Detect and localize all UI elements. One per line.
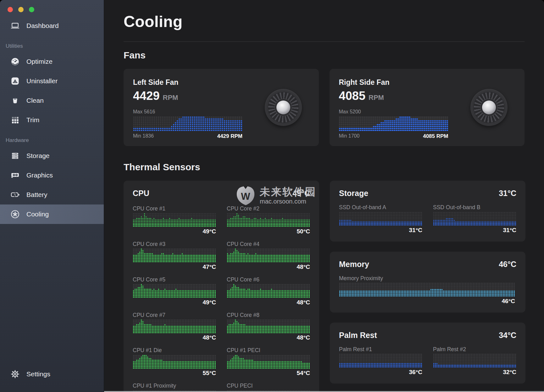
app-window: DashboardUtilitiesOptimizeUninstallerCle… [0, 0, 544, 392]
thermal-heading: Thermal Sensors [124, 162, 525, 172]
sensor-value: 48°C [133, 335, 216, 341]
sidebar-item-label: Settings [26, 370, 50, 378]
sidebar-item-graphics[interactable]: Graphics [0, 166, 104, 185]
sensor-label: CPU #1 Proximity [133, 383, 216, 389]
sensor-value: 49°C [133, 228, 216, 235]
sensor-block-cpu-core-6: CPU Core #648°C [227, 276, 310, 306]
sidebar-item-label: Optimize [26, 58, 53, 65]
sensor-block-cpu-core-4: CPU Core #448°C [227, 241, 310, 270]
sensor-label: CPU Core #4 [227, 241, 310, 247]
sidebar-item-clean[interactable]: Clean [0, 91, 104, 110]
dot-matrix-graph [133, 355, 216, 369]
sensor-value: 48°C [227, 264, 310, 270]
palmrest-card-value: 34°C [499, 331, 516, 340]
dot-matrix-graph [133, 319, 216, 334]
memory-sensor-card: Memory 46°C Memory Proximity46°C [330, 252, 525, 313]
sidebar-item-label: Cooling [26, 210, 49, 218]
sensor-value: 31°C [339, 227, 422, 233]
sidebar-item-storage[interactable]: Storage [0, 146, 104, 166]
sensor-value: 48°C [227, 335, 310, 341]
sidebar-item-dashboard[interactable]: Dashboard [0, 16, 104, 35]
sidebar-item-label: Trim [26, 116, 39, 124]
sidebar-item-label: Storage [26, 152, 50, 160]
sensor-value: 48°C [227, 299, 310, 306]
sensor-label: CPU Core #7 [133, 312, 216, 318]
sidebar-item-trim[interactable]: Trim [0, 110, 104, 130]
sensor-block-cpu-1-proximity: CPU #1 Proximity [133, 383, 216, 392]
dot-matrix-graph [227, 213, 310, 227]
fans-heading: Fans [124, 50, 525, 61]
memory-card-value: 46°C [499, 260, 516, 269]
dot-matrix-graph [227, 248, 310, 263]
close-button[interactable] [8, 7, 13, 12]
fan-card-right-side-fan: Right Side Fan4085RPMMax 5200Min 1700408… [330, 69, 525, 146]
fan-rpm-value: 4085 [339, 89, 366, 103]
dot-matrix-graph [433, 354, 516, 368]
fan-name: Left Side Fan [133, 78, 309, 87]
zoom-button[interactable] [29, 7, 34, 12]
dot-matrix-graph [133, 213, 216, 227]
sensor-label: Palm Rest #2 [433, 346, 516, 352]
cpu-card-title: CPU [133, 189, 149, 198]
sensor-block-cpu-core-8: CPU Core #848°C [227, 312, 310, 341]
fan-illustration [265, 89, 302, 126]
battery-icon [9, 190, 21, 199]
appstore-icon [9, 76, 21, 86]
fan-rpm-unit: RPM [369, 94, 384, 102]
sidebar-item-settings[interactable]: Settings [0, 364, 104, 384]
sensor-value: 47°C [133, 264, 216, 270]
fan-current-rpm-label: 4085 RPM [423, 133, 448, 139]
sensor-label: CPU Core #2 [227, 205, 310, 212]
sidebar-item-label: Graphics [26, 172, 53, 179]
dot-matrix-graph [339, 212, 422, 226]
fan-card-left-side-fan: Left Side Fan4429RPMMax 5616Min 18364429… [124, 69, 319, 146]
sensor-block-cpu-core-3: CPU Core #347°C [133, 241, 216, 270]
storage-card-title: Storage [339, 189, 368, 198]
fan-hub [276, 101, 290, 114]
sensor-label: SSD Out-of-band A [339, 204, 422, 210]
thermal-cards-row: CPU 49°C CPU Core #149°CCPU Core #250°CC… [124, 181, 525, 392]
fan-rpm-unit: RPM [163, 94, 178, 102]
palmrest-card-title: Palm Rest [339, 331, 377, 340]
sensor-value: 55°C [133, 370, 216, 376]
window-controls [0, 0, 104, 12]
sensor-label: CPU Core #3 [133, 241, 216, 247]
palmrest-sensor-row: Palm Rest #136°CPalm Rest #232°C [339, 346, 516, 375]
cpu-card-value: 49°C [292, 189, 310, 198]
storage-sensor-card: Storage 31°C SSD Out-of-band A31°CSSD Ou… [330, 181, 525, 242]
sensor-value: 36°C [339, 369, 422, 375]
sensor-block-cpu-core-5: CPU Core #549°C [133, 276, 216, 306]
server-icon [9, 151, 21, 161]
dot-matrix-graph [133, 248, 216, 263]
sidebar-item-label: Uninstaller [26, 77, 58, 85]
sensor-label: Memory Proximity [339, 275, 515, 281]
title-divider [124, 41, 525, 42]
sensor-label: Palm Rest #1 [339, 346, 422, 352]
sensor-value: 54°C [227, 370, 310, 376]
fan-rpm-value: 4429 [133, 89, 160, 103]
gpu-icon [9, 171, 21, 180]
sidebar-item-uninstaller[interactable]: Uninstaller [0, 71, 104, 91]
cpu-sensor-card: CPU 49°C CPU Core #149°CCPU Core #250°CC… [124, 181, 319, 392]
minimize-button[interactable] [18, 7, 24, 12]
sidebar-item-battery[interactable]: Battery [0, 185, 104, 204]
sensor-label: CPU Core #1 [133, 205, 216, 212]
storage-card-value: 31°C [499, 189, 516, 198]
storage-sensor-row: SSD Out-of-band A31°CSSD Out-of-band B31… [339, 204, 516, 233]
sidebar-item-optimize[interactable]: Optimize [0, 52, 104, 71]
sensor-label: SSD Out-of-band B [433, 204, 516, 210]
sensor-value: 46°C [339, 298, 515, 304]
fan-name: Right Side Fan [339, 78, 515, 87]
gear-icon [9, 369, 21, 379]
sensor-label: CPU Core #6 [227, 276, 310, 283]
sensor-block-cpu-1-peci: CPU #1 PECI54°C [227, 347, 310, 376]
sidebar-section-utilities: Utilities [0, 35, 104, 52]
fan-cards-row: Left Side Fan4429RPMMax 5616Min 18364429… [124, 69, 525, 146]
sensor-block-palm-rest-1: Palm Rest #136°C [339, 346, 422, 375]
sidebar-item-cooling[interactable]: Cooling [0, 204, 104, 224]
sidebar-item-label: Dashboard [26, 22, 59, 30]
fan-min-label: Min 1836 [133, 133, 154, 139]
thermal-right-column: Storage 31°C SSD Out-of-band A31°CSSD Ou… [330, 181, 525, 384]
laptop-icon [9, 21, 21, 30]
dot-matrix-graph [339, 283, 515, 297]
